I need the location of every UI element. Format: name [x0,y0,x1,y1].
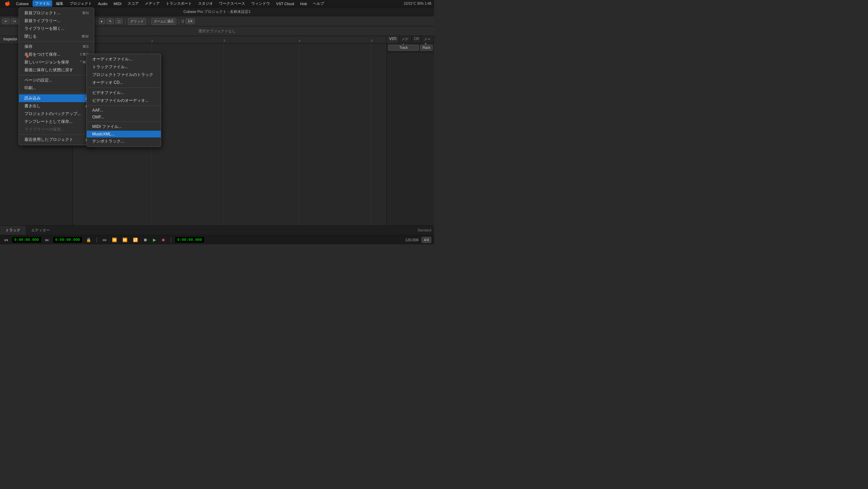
submenu-video-audio[interactable]: ビデオファイルのオーディオ... [87,97,161,105]
tab-cr[interactable]: CR [412,36,421,43]
toolbar-sep-4 [125,18,125,24]
menu-open-library[interactable]: ライブラリーを開く... [19,25,94,33]
menubar-studio[interactable]: スタジオ [196,0,215,7]
transport-play[interactable]: ▶ [152,237,157,243]
transport-return[interactable]: ⏮ [3,237,9,243]
menubar: 🍎 Cubase ファイル 編集 プロジェクト Audio MIDI スコア メ… [0,0,434,7]
menubar-edit[interactable]: 編集 [54,0,66,7]
quantize-label: Q [181,19,184,23]
menu-sep-3 [19,93,94,93]
ruler-mark-2: 2 [151,39,153,42]
menu-page-setup[interactable]: ページの設定... [19,76,94,84]
tab-tracks[interactable]: トラック [0,226,26,235]
menu-import[interactable]: 読み込み ▶ [19,94,94,102]
standard-label: Standard [415,228,434,232]
menu-export[interactable]: 書き出し ▶ [19,102,94,110]
menubar-media[interactable]: メディア [142,0,162,7]
menubar-transport[interactable]: トランスポート [163,0,194,7]
submenu-video-file[interactable]: ビデオファイル... [87,89,161,97]
menubar-file[interactable]: ファイル [33,0,52,7]
import-submenu-popup: オーディオファイル... トラックファイル... プロジェクトファイルのトラック… [86,54,161,147]
menu-library-save: ライブラリーの保存... [19,126,94,133]
submenu-tempo-track[interactable]: テンポトラック... [87,137,161,145]
menubar-audio[interactable]: Audio [96,1,110,6]
vsti-tab-bar: VSTi メディ... CR メータ... [387,36,434,43]
ruler: 1 2 3 4 5 [73,36,387,43]
transport-fast-rewind[interactable]: ⏪ [111,237,118,243]
tab-editor[interactable]: エディター [26,226,55,235]
rack-button[interactable]: Rack [420,45,433,51]
grid-line-3 [299,43,299,225]
submenu-audio-file[interactable]: オーディオファイル... [87,55,161,63]
bpm-label: 120.000 [405,238,419,242]
menu-save-new-version[interactable]: 新しいバージョンを保存 ⌃⌘S [19,58,94,66]
submenu-omf[interactable]: OMF... [87,114,161,120]
menu-sep-1 [19,41,94,42]
signature-button[interactable]: 4/4 [421,237,431,243]
menu-recent[interactable]: 最近使用したプロジェクト ▶ [19,136,94,144]
toolbar-sep-5 [149,18,149,24]
menubar-project[interactable]: プロジェクト [67,0,94,7]
menu-save-template[interactable]: テンプレートとして保存... [19,118,94,126]
transport-bar: ⏮ 0:00:00.000 ⏭ 0:00:00.000 🔒 ⏮ ⏪ ⏩ 🔁 ⏹ … [0,235,434,244]
submenu-project-track[interactable]: プロジェクトファイルのトラック [87,71,161,79]
transport-fast-forward[interactable]: ⏩ [121,237,129,243]
submenu-sep-1 [87,88,161,88]
menu-new-project[interactable]: 新規プロジェクト... ⌘N [19,9,94,17]
menu-sep-4 [19,134,94,135]
tool-erase[interactable]: ◻ [115,18,123,24]
submenu-aaf[interactable]: AAF... [87,107,161,114]
apple-menu[interactable]: 🍎 [3,1,12,6]
menu-print[interactable]: 印刷... [19,84,94,92]
zoom-button[interactable]: ズームに適応 [151,18,176,25]
redo-button[interactable]: ↪ [11,18,18,24]
tab-meter[interactable]: メータ... [421,36,434,43]
menubar-hub[interactable]: Hub [298,1,309,6]
ruler-mark-3: 3 [223,39,225,42]
menu-save-as[interactable]: 名前をつけて保存... ⇧⌘S [19,51,94,58]
menu-save[interactable]: 保存 ⌘S [19,43,94,51]
submenu-sep-3 [87,121,161,122]
menubar-help[interactable]: ヘルプ [311,0,327,7]
transport-lock[interactable]: 🔒 [85,237,93,243]
transport-stop[interactable]: ⏹ [142,237,149,243]
submenu-audio-cd[interactable]: オーディオ CD... [87,79,161,87]
menubar-window[interactable]: ウィンドウ [249,0,272,7]
grid-line-4 [371,43,371,225]
submenu-midi-file[interactable]: MIDI ファイル... [87,123,161,131]
track-button[interactable]: Track [388,45,419,51]
menu-revert[interactable]: 最後に保存した状態に戻す [19,66,94,74]
menu-new-library[interactable]: 新規ライブラリー... [19,17,94,25]
transport-time3: 0:00:00.000 [175,237,204,243]
grid-line-2 [223,43,224,225]
toolbar-sep-6 [179,18,179,24]
ruler-mark-5: 5 [371,39,373,42]
tab-media[interactable]: メディ... [399,36,412,43]
file-menu-popup: 新規プロジェクト... ⌘N 新規ライブラリー... ライブラリーを開く... … [19,7,94,145]
menu-sep-2 [19,75,94,75]
transport-record[interactable]: ⏺ [160,237,167,243]
quantize-value[interactable]: 1/4 [185,18,195,24]
tab-inspector[interactable]: Inspector [0,36,21,44]
menubar-score[interactable]: スコア [125,0,141,7]
sep [97,237,97,243]
toolbar-sep-3 [96,18,96,24]
tab-vsti[interactable]: VSTi [387,36,399,43]
menubar-cubase[interactable]: Cubase [14,1,31,6]
menubar-workspace[interactable]: ワークスペース [217,0,248,7]
transport-rewind[interactable]: ⏮ [101,237,108,243]
menubar-midi[interactable]: MIDI [111,1,124,6]
ruler-mark-4: 4 [299,39,300,42]
grid-button[interactable]: グリッド [128,18,146,25]
tool-pencil[interactable]: ✎ [106,18,114,24]
submenu-musicxml[interactable]: MusicXML... [87,131,161,137]
sep2 [171,237,171,243]
transport-marker[interactable]: ⏭ [44,237,51,243]
transport-loop[interactable]: 🔁 [132,237,139,243]
undo-button[interactable]: ↩ [2,18,9,24]
tool-select[interactable]: ▸ [99,18,105,24]
menubar-vst-cloud[interactable]: VST Cloud [274,1,296,6]
submenu-track-file[interactable]: トラックファイル... [87,63,161,71]
menu-backup[interactable]: プロジェクトのバックアップ... [19,110,94,118]
menu-close[interactable]: 閉じる ⌘W [19,33,94,40]
